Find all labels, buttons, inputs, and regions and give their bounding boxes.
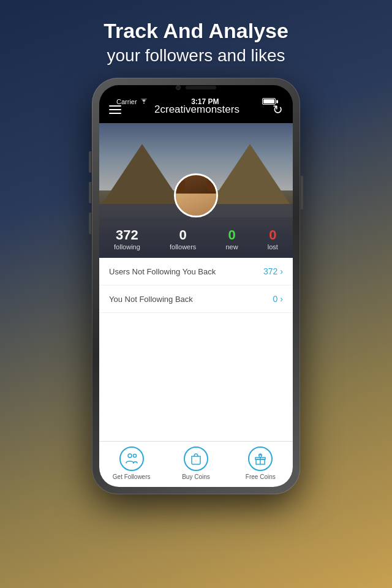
profile-banner: 372 following 0 followers 0 new 0 lost (99, 123, 293, 258)
status-bar: Carrier 3:17 PM (107, 92, 285, 107)
wifi-icon (140, 99, 148, 105)
list-section: Users Not Following You Back 372 › You N… (99, 258, 293, 313)
not-following-back-me-label: You Not Following Back (109, 295, 193, 304)
not-following-back-me-value-row: 0 › (273, 294, 283, 304)
buy-coins-label: Buy Coins (182, 473, 210, 481)
speaker-grille (186, 86, 216, 89)
list-item-not-following-back-me[interactable]: You Not Following Back 0 › (99, 285, 293, 313)
tab-bar: Get Followers Buy Coins (99, 441, 293, 487)
front-camera (176, 85, 181, 90)
chevron-right-icon: › (280, 266, 283, 276)
promo-title-line2: your followers and likes (104, 46, 288, 66)
app-promo-header: Track And Analyse your followers and lik… (79, 0, 313, 78)
stat-new: 0 new (225, 228, 238, 251)
avatar-face (176, 175, 216, 216)
phone-notch (176, 85, 216, 90)
followers-label: followers (170, 243, 196, 251)
svg-point-0 (128, 454, 132, 458)
list-item-not-following-back[interactable]: Users Not Following You Back 372 › (99, 258, 293, 285)
following-count: 372 (116, 228, 138, 242)
not-following-back-me-value: 0 (273, 294, 278, 304)
new-label: new (225, 243, 238, 251)
carrier-info: Carrier (116, 98, 148, 105)
carrier-name: Carrier (116, 98, 137, 105)
tab-free-coins[interactable]: Free Coins (228, 447, 293, 481)
status-battery (262, 98, 276, 105)
phone-mockup: Carrier 3:17 PM (92, 78, 300, 494)
content-spacer (99, 313, 293, 441)
stats-row: 372 following 0 followers 0 new 0 lost (99, 222, 293, 251)
free-coins-label: Free Coins (246, 473, 276, 481)
free-coins-icon (248, 447, 273, 471)
lost-label: lost (268, 243, 278, 251)
tab-buy-coins[interactable]: Buy Coins (164, 447, 228, 481)
get-followers-label: Get Followers (113, 473, 151, 481)
not-following-back-value-row: 372 › (263, 266, 283, 276)
avatar-hair (176, 175, 216, 194)
chevron-right-icon-2: › (280, 294, 283, 304)
promo-title-line1: Track And Analyse (104, 18, 288, 43)
phone-screen: Carrier 3:17 PM (99, 85, 293, 487)
avatar-container (174, 173, 218, 217)
tab-get-followers[interactable]: Get Followers (99, 447, 164, 481)
stat-lost: 0 lost (268, 228, 278, 251)
followers-count: 0 (179, 228, 187, 242)
stat-following: 372 following (114, 228, 140, 251)
stat-followers: 0 followers (170, 228, 196, 251)
lost-count: 0 (269, 228, 276, 242)
avatar (174, 173, 218, 217)
get-followers-icon (119, 447, 144, 471)
not-following-back-value: 372 (263, 266, 277, 276)
not-following-back-label: Users Not Following You Back (109, 267, 216, 276)
following-label: following (114, 243, 140, 251)
svg-point-1 (133, 454, 136, 457)
status-time: 3:17 PM (191, 97, 219, 106)
buy-coins-icon (184, 447, 208, 471)
new-count: 0 (228, 228, 235, 242)
